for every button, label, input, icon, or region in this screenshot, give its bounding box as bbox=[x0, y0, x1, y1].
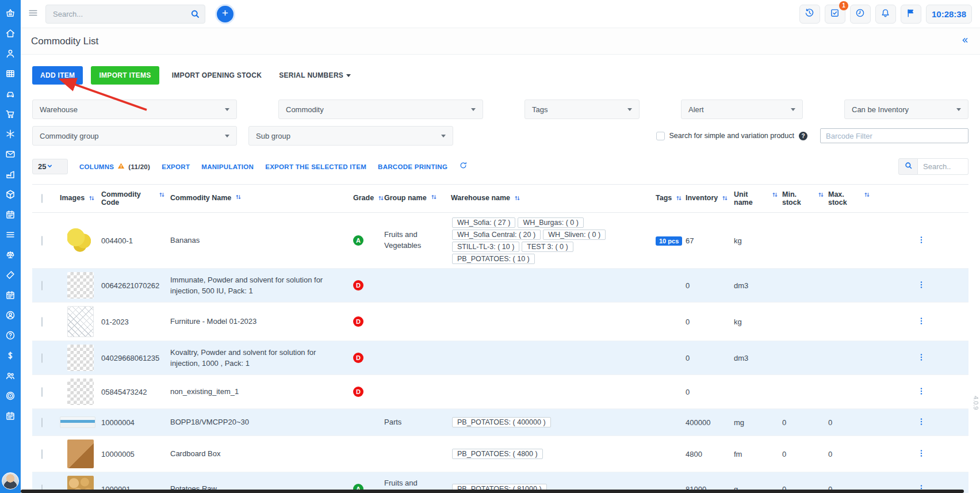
scales-icon[interactable] bbox=[5, 249, 16, 260]
tasks-button[interactable]: 1 bbox=[825, 5, 845, 24]
column-header-group-name[interactable]: Group name bbox=[384, 193, 451, 204]
sort-icon[interactable] bbox=[675, 194, 683, 204]
quick-add-button[interactable] bbox=[217, 6, 233, 22]
column-header-tags[interactable]: Tags bbox=[656, 194, 686, 204]
sort-icon[interactable] bbox=[158, 191, 166, 200]
select-all-checkbox[interactable] bbox=[41, 194, 43, 203]
menu-icon[interactable] bbox=[5, 229, 16, 240]
warehouse-chip[interactable]: TEST 3: ( 0 ) bbox=[522, 242, 573, 252]
row-checkbox[interactable] bbox=[41, 236, 43, 246]
row-checkbox[interactable] bbox=[41, 353, 43, 363]
row-menu-kebab-icon[interactable] bbox=[917, 417, 926, 428]
dollar-icon[interactable] bbox=[5, 350, 16, 361]
table-row[interactable]: 10000004BOPP18/VMCPP20~30PartsPB_POTATOE… bbox=[32, 409, 968, 436]
table-row[interactable]: 004400-1BananasAFruits and VegetablesWH_… bbox=[32, 213, 968, 269]
filter-can-be-inventory-select[interactable]: Can be Inventory bbox=[844, 100, 968, 119]
column-header-commodity-code[interactable]: Commodity Code bbox=[101, 190, 170, 207]
flag-button[interactable] bbox=[901, 5, 921, 24]
basket-icon[interactable] bbox=[5, 7, 16, 18]
filter-tags-select[interactable]: Tags bbox=[525, 100, 640, 119]
history-button[interactable] bbox=[799, 5, 820, 24]
row-menu-kebab-icon[interactable] bbox=[917, 353, 926, 364]
add-item-button[interactable]: ADD ITEM bbox=[32, 66, 83, 85]
row-menu-kebab-icon[interactable] bbox=[917, 449, 926, 460]
calendar-icon[interactable] bbox=[5, 209, 16, 220]
column-header-commodity-name[interactable]: Commodity Name bbox=[170, 193, 347, 204]
sort-icon[interactable] bbox=[817, 191, 825, 200]
bell-button[interactable] bbox=[875, 5, 896, 24]
help-icon[interactable]: ? bbox=[799, 132, 807, 140]
product-image-furniture[interactable] bbox=[67, 306, 94, 337]
table-search-input[interactable] bbox=[918, 158, 968, 175]
column-header-unit-name[interactable]: Unit name bbox=[734, 190, 782, 207]
tag-badge[interactable]: 10 pcs bbox=[656, 236, 682, 246]
column-header-min-stock[interactable]: Min. stock bbox=[782, 190, 828, 207]
filter-commodity-group-select[interactable]: Commodity group bbox=[32, 126, 237, 146]
snowflake-icon[interactable] bbox=[5, 128, 16, 139]
row-checkbox[interactable] bbox=[41, 317, 43, 327]
manipulation-button[interactable]: MANIPULATION bbox=[201, 163, 254, 170]
row-checkbox[interactable] bbox=[41, 418, 43, 427]
envelope-icon[interactable] bbox=[5, 148, 16, 159]
calendar-icon[interactable] bbox=[5, 410, 16, 421]
cart-icon[interactable] bbox=[5, 108, 16, 119]
target-icon[interactable] bbox=[5, 390, 16, 401]
table-row[interactable]: 01-2023Furniture - Model 01-2023D0kg bbox=[32, 303, 968, 341]
calendar-icon[interactable] bbox=[5, 289, 16, 300]
export-selected-button[interactable]: EXPORT THE SELECTED ITEM bbox=[265, 163, 366, 170]
warehouse-chip[interactable]: WH_Sofia Central: ( 20 ) bbox=[452, 230, 541, 240]
row-menu-kebab-icon[interactable] bbox=[917, 280, 926, 291]
table-search-button[interactable] bbox=[898, 158, 918, 175]
column-header-inventory[interactable]: Inventory bbox=[686, 194, 734, 204]
clock-button[interactable] bbox=[850, 5, 871, 24]
barcode-filter-input[interactable] bbox=[820, 128, 968, 143]
row-checkbox[interactable] bbox=[41, 449, 43, 459]
sort-icon[interactable] bbox=[88, 194, 95, 204]
collapse-panel-button[interactable] bbox=[960, 36, 970, 47]
columns-button[interactable]: COLUMNS (11/20) bbox=[79, 162, 150, 171]
product-image-transparent[interactable] bbox=[67, 345, 94, 371]
column-header-grade[interactable]: Grade bbox=[347, 194, 384, 204]
filter-sub-group-select[interactable]: Sub group bbox=[248, 126, 453, 146]
hamburger-menu-icon[interactable] bbox=[28, 7, 39, 21]
product-image-transparent[interactable] bbox=[67, 272, 94, 299]
warehouse-chip[interactable]: WH_Burgas: ( 0 ) bbox=[518, 217, 584, 228]
row-menu-kebab-icon[interactable] bbox=[917, 235, 926, 246]
export-button[interactable]: EXPORT bbox=[162, 163, 190, 170]
horizontal-scrollbar[interactable] bbox=[21, 490, 964, 493]
table-icon[interactable] bbox=[5, 68, 16, 79]
sort-icon[interactable] bbox=[863, 191, 871, 200]
product-image-cardboard[interactable] bbox=[67, 440, 94, 468]
home-icon[interactable] bbox=[5, 28, 16, 39]
table-row[interactable]: 04029668061235Kovaltry, Powder and solve… bbox=[32, 341, 968, 375]
filter-commodity-select[interactable]: Commodity bbox=[278, 100, 483, 119]
sort-icon[interactable] bbox=[235, 193, 242, 204]
question-icon[interactable] bbox=[5, 330, 16, 341]
warehouse-chip[interactable]: WH_Sofia: ( 27 ) bbox=[452, 217, 515, 228]
column-header-max-stock[interactable]: Max. stock bbox=[828, 190, 874, 207]
page-size-select[interactable]: 25 bbox=[32, 159, 68, 174]
warehouse-chip[interactable]: WH_Sliven: ( 0 ) bbox=[543, 230, 606, 240]
warehouse-chip[interactable]: PB_POTATOES: ( 400000 ) bbox=[452, 417, 551, 427]
simple-variation-checkbox[interactable] bbox=[656, 132, 665, 140]
table-row[interactable]: 05845473242non_existing_item_1D0 bbox=[32, 375, 968, 409]
barcode-printing-button[interactable]: BARCODE PRINTING bbox=[378, 163, 447, 170]
sort-icon[interactable] bbox=[514, 194, 521, 204]
serial-numbers-dropdown[interactable]: SERIAL NUMBERS bbox=[274, 66, 355, 85]
row-menu-kebab-icon[interactable] bbox=[917, 387, 926, 398]
car-icon[interactable] bbox=[5, 88, 16, 99]
user-icon[interactable] bbox=[5, 48, 16, 59]
users-icon[interactable] bbox=[5, 370, 16, 381]
global-search-input[interactable] bbox=[45, 5, 205, 24]
filter-warehouse-select[interactable]: Warehouse bbox=[32, 100, 237, 119]
table-row[interactable]: 10000005Cardboard BoxPB_POTATOES: ( 4800… bbox=[32, 436, 968, 472]
sort-icon[interactable] bbox=[771, 191, 779, 200]
warehouse-chip[interactable]: PB_POTATOES: ( 4800 ) bbox=[452, 449, 543, 459]
import-opening-stock-button[interactable]: IMPORT OPENING STOCK bbox=[167, 66, 266, 85]
column-header-warehouse-name[interactable]: Warehouse name bbox=[451, 194, 656, 204]
filter-alert-select[interactable]: Alert bbox=[681, 100, 803, 119]
import-items-button[interactable]: IMPORT ITEMS bbox=[91, 66, 159, 85]
row-checkbox[interactable] bbox=[41, 387, 43, 397]
search-icon[interactable] bbox=[190, 9, 200, 21]
sort-icon[interactable] bbox=[721, 194, 729, 204]
